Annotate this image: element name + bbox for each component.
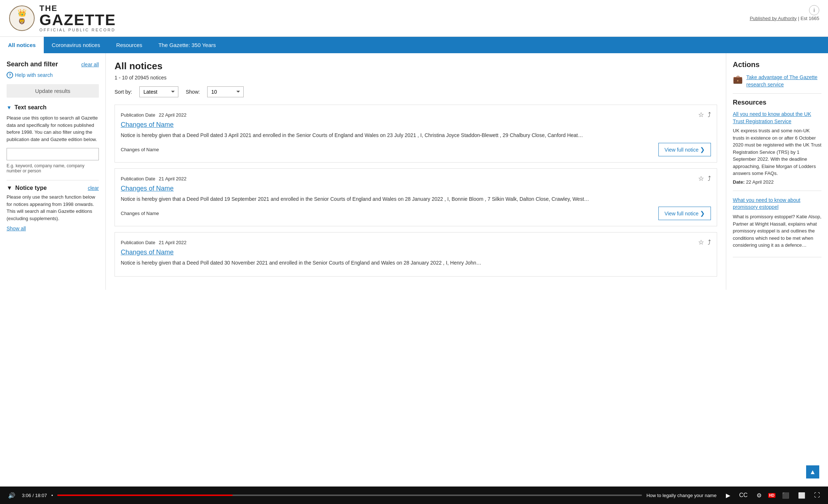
notice-category-2: Changes of Name <box>121 211 159 216</box>
text-search-title: Text search <box>15 104 47 111</box>
pub-date-label-1: Publication Date <box>121 112 155 118</box>
pub-date-label-3: Publication Date <box>121 240 155 245</box>
notice-body-2: Notice is hereby given that a Deed Poll … <box>121 195 711 203</box>
notice-icons-1: ☆ ⤴ <box>698 111 711 119</box>
resource-date-value-1: 22 April 2022 <box>746 179 774 185</box>
pub-date-value-2: 21 April 2022 <box>159 176 186 181</box>
notice-type-clear-link[interactable]: clear <box>88 185 99 191</box>
notice-footer-1: Changes of Name View full notice ❯ <box>121 143 711 156</box>
right-sidebar: Actions 💼 Take advantage of The Gazette … <box>726 53 828 290</box>
actions-link[interactable]: Take advantage of The Gazette research s… <box>746 74 821 88</box>
notice-type-title-label: Notice type <box>15 185 47 191</box>
text-search-input[interactable] <box>7 148 99 160</box>
sidebar-title: Search and filter <box>7 60 58 68</box>
logo-gazette: GAZETTE <box>39 12 116 28</box>
show-label: Show: <box>186 89 200 95</box>
resource-link-2[interactable]: What you need to know about promissory e… <box>733 197 821 211</box>
pub-date-value-3: 21 April 2022 <box>159 240 186 245</box>
help-link-label: Help with search <box>15 72 53 78</box>
sort-row: Sort by: Latest Oldest Relevance Show: 1… <box>115 86 717 97</box>
notice-icons-3: ☆ ⤴ <box>698 238 711 246</box>
notice-type-chevron-icon: ▼ <box>7 185 12 191</box>
text-search-description: Please use this option to search all Gaz… <box>7 114 99 143</box>
notice-date-2: Publication Date 21 April 2022 <box>121 176 186 181</box>
page-title: All notices <box>115 60 717 72</box>
svg-text:🦁: 🦁 <box>18 18 26 25</box>
show-select[interactable]: 10 25 50 <box>207 86 244 97</box>
sidebar-title-row: Search and filter clear all <box>7 60 99 68</box>
published-by-link[interactable]: Published by Authority <box>750 16 797 21</box>
pub-date-value-1: 22 April 2022 <box>159 112 186 118</box>
resource-date-1: Date: 22 April 2022 <box>733 179 821 185</box>
nav-item-all-notices[interactable]: All notices <box>0 37 44 53</box>
notice-body-3: Notice is hereby given that a Deed Poll … <box>121 259 711 267</box>
notice-icons-2: ☆ ⤴ <box>698 175 711 183</box>
notice-type-title-row[interactable]: ▼ Notice type <box>7 185 47 191</box>
results-count: 1 - 10 of 20945 notices <box>115 75 717 81</box>
main-content: All notices 1 - 10 of 20945 notices Sort… <box>106 53 726 290</box>
actions-title: Actions <box>733 60 821 69</box>
notice-card-1: Publication Date 22 April 2022 ☆ ⤴ Chang… <box>115 105 717 163</box>
notice-meta-2: Publication Date 21 April 2022 ☆ ⤴ <box>121 175 711 183</box>
view-full-label-1: View full notice <box>665 147 699 153</box>
notice-card-3: Publication Date 21 April 2022 ☆ ⤴ Chang… <box>115 232 717 277</box>
show-all-link[interactable]: Show all <box>7 226 26 231</box>
text-search-hint: E.g. keyword, company name, company numb… <box>7 163 99 173</box>
notice-body-1: Notice is hereby given that a Deed Poll … <box>121 132 711 139</box>
notice-title-1[interactable]: Changes of Name <box>121 121 711 129</box>
coat-of-arms-icon: 👑 🦁 <box>9 5 35 31</box>
sort-by-label: Sort by: <box>115 89 132 95</box>
help-icon: ? <box>7 72 13 78</box>
notice-title-2[interactable]: Changes of Name <box>121 185 711 192</box>
nav-item-350-years[interactable]: The Gazette: 350 Years <box>150 37 224 53</box>
view-full-notice-button-1[interactable]: View full notice ❯ <box>658 143 711 156</box>
update-results-button[interactable]: Update results <box>7 84 99 98</box>
site-header: 👑 🦁 THE GAZETTE OFFICIAL PUBLIC RECORD P… <box>0 0 828 37</box>
notice-card-2: Publication Date 21 April 2022 ☆ ⤴ Chang… <box>115 168 717 226</box>
left-sidebar: Search and filter clear all ? Help with … <box>0 53 106 290</box>
main-layout: Search and filter clear all ? Help with … <box>0 53 828 290</box>
text-search-section-header[interactable]: ▼ Text search <box>7 104 99 111</box>
share-button-2[interactable]: ⤴ <box>708 175 711 183</box>
info-icon: i <box>813 7 815 13</box>
notice-meta-3: Publication Date 21 April 2022 ☆ ⤴ <box>121 238 711 246</box>
text-search-chevron-icon: ▼ <box>7 105 12 110</box>
view-full-label-2: View full notice <box>665 211 699 216</box>
view-full-notice-button-2[interactable]: View full notice ❯ <box>658 207 711 220</box>
notice-footer-2: Changes of Name View full notice ❯ <box>121 207 711 220</box>
notice-date-3: Publication Date 21 April 2022 <box>121 240 186 245</box>
notice-meta-1: Publication Date 22 April 2022 ☆ ⤴ <box>121 111 711 119</box>
nav-item-coronavirus[interactable]: Coronavirus notices <box>44 37 108 53</box>
help-with-search-link[interactable]: ? Help with search <box>7 72 99 78</box>
star-button-1[interactable]: ☆ <box>698 111 704 119</box>
info-button[interactable]: i <box>809 5 819 15</box>
pub-date-label-2: Publication Date <box>121 176 155 181</box>
resource-body-2: What is promissory estoppel? Katie Alsop… <box>733 213 821 249</box>
briefcase-icon: 💼 <box>733 75 743 84</box>
sort-by-select[interactable]: Latest Oldest Relevance <box>139 86 178 97</box>
notice-title-3[interactable]: Changes of Name <box>121 249 711 256</box>
notice-type-description: Please only use the search function belo… <box>7 194 99 222</box>
share-button-1[interactable]: ⤴ <box>708 111 711 119</box>
resource-body-1: UK express trusts and some non-UK trusts… <box>733 127 821 177</box>
svg-text:👑: 👑 <box>18 8 27 17</box>
star-button-2[interactable]: ☆ <box>698 175 704 183</box>
resource-item-2: What you need to know about promissory e… <box>733 197 821 257</box>
logo-container: 👑 🦁 THE GAZETTE OFFICIAL PUBLIC RECORD <box>9 4 116 32</box>
resource-date-label-1: Date: <box>733 179 745 185</box>
logo-subtitle: OFFICIAL PUBLIC RECORD <box>39 28 116 32</box>
arrow-icon-2: ❯ <box>700 210 705 217</box>
star-button-3[interactable]: ☆ <box>698 238 704 246</box>
resources-title: Resources <box>733 99 821 106</box>
main-nav: All notices Coronavirus notices Resource… <box>0 37 828 53</box>
notice-date-1: Publication Date 22 April 2022 <box>121 112 186 118</box>
clear-all-link[interactable]: clear all <box>81 62 99 67</box>
resource-link-1[interactable]: All you need to know about the UK Trust … <box>733 111 821 125</box>
notice-category-1: Changes of Name <box>121 147 159 152</box>
actions-item: 💼 Take advantage of The Gazette research… <box>733 74 821 94</box>
logo-text: THE GAZETTE OFFICIAL PUBLIC RECORD <box>39 4 116 32</box>
nav-item-resources[interactable]: Resources <box>108 37 150 53</box>
header-right: Published by Authority | Est 1665 <box>750 16 819 21</box>
share-button-3[interactable]: ⤴ <box>708 238 711 246</box>
est-text: | Est 1665 <box>798 16 819 21</box>
